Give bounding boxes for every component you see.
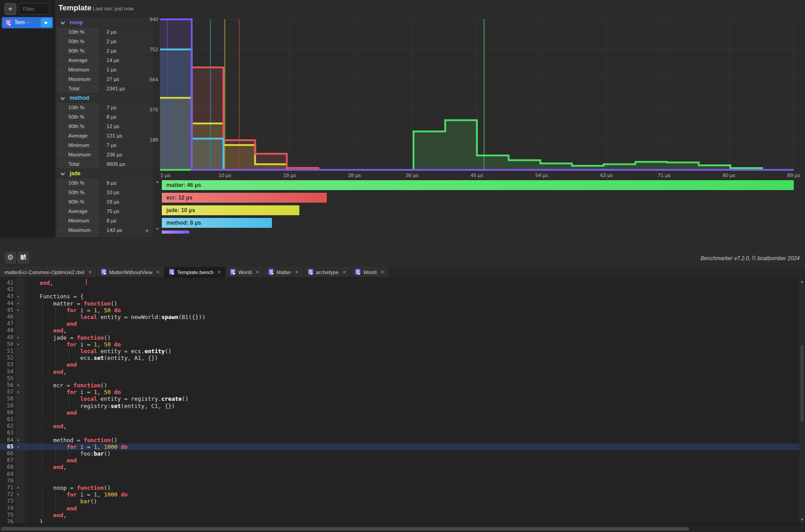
code-line[interactable]: 41 end,	[0, 279, 799, 286]
tab-matterwithoutview[interactable]: MatterWithoutView×	[97, 267, 165, 277]
code-line[interactable]: 48 end,	[0, 327, 799, 334]
legend-scroll-up-icon[interactable]: ▲	[155, 179, 160, 185]
fold-arrow-icon[interactable]: ▾	[17, 334, 19, 341]
docs-button[interactable]	[18, 252, 29, 264]
scroll-down-icon[interactable]: ▼	[799, 517, 805, 523]
code-line[interactable]: 72▾ for i = 1, 1000 do	[0, 491, 799, 498]
filter-input[interactable]	[19, 3, 49, 15]
tab-matter[interactable]: Matter×	[264, 267, 303, 277]
code-line[interactable]: 46 local entity = newWorld:spawn(B1({}))	[0, 314, 799, 320]
line-number: 48	[0, 327, 13, 334]
stats-section-header[interactable]: method	[57, 93, 153, 102]
close-icon[interactable]: ×	[342, 269, 346, 275]
code-text: end,	[26, 464, 67, 470]
tab-world[interactable]: World×	[351, 267, 389, 277]
code-line[interactable]: 68 end,	[0, 464, 799, 470]
line-number: 75	[0, 512, 13, 519]
code-line[interactable]: 63	[0, 430, 799, 436]
fold-arrow-icon[interactable]: ▾	[17, 443, 19, 450]
close-icon[interactable]: ×	[381, 269, 384, 275]
stat-label: Total	[57, 84, 99, 93]
code-line[interactable]: 74 end	[0, 505, 799, 512]
run-benchmark-button[interactable]: ▶	[41, 18, 52, 27]
code-line[interactable]: 44▾ matter = function()	[0, 300, 799, 307]
tab-template-bench[interactable]: Template.bench×	[165, 267, 226, 277]
fold-arrow-icon[interactable]: ▾	[17, 382, 19, 389]
legend-bar[interactable]: noop: 2 µs	[162, 231, 189, 234]
fold-arrow-icon[interactable]: ▾	[17, 307, 19, 314]
code-line[interactable]: 57▾ for i = 1, 50 do	[0, 389, 799, 395]
legend-bar[interactable]: ecr: 12 µs	[162, 193, 327, 203]
code-editor[interactable]: 41 end,4243▾ Functions = {44▾ matter = f…	[0, 278, 799, 523]
close-icon[interactable]: ×	[89, 269, 92, 275]
code-line[interactable]: 60 end	[0, 409, 799, 416]
code-line[interactable]: 52 ecs.set(entity, A1, {})	[0, 355, 799, 361]
code-line[interactable]: 66 foo:bar()	[0, 450, 799, 457]
code-line[interactable]: 43▾ Functions = {	[0, 293, 799, 300]
code-line[interactable]: 58 local entity = registry.create()	[0, 395, 799, 402]
stat-value: 2 µs	[100, 27, 153, 36]
code-line[interactable]: 55	[0, 375, 799, 382]
fold-arrow-icon[interactable]: ▾	[17, 293, 19, 300]
horizontal-scroll-thumb[interactable]	[1, 527, 689, 531]
code-line[interactable]: 70	[0, 478, 799, 484]
code-line[interactable]: 76 },	[0, 519, 799, 523]
code-text: noop = function()	[26, 484, 111, 491]
fold-arrow-icon[interactable]: ▾	[17, 341, 19, 348]
stats-section-header[interactable]: noop	[57, 18, 153, 27]
legend-bar[interactable]: matter: 46 µs	[162, 180, 794, 190]
close-icon[interactable]: ×	[295, 269, 298, 275]
code-line[interactable]: 75 end,	[0, 512, 799, 519]
vertical-scroll-thumb[interactable]	[801, 346, 804, 422]
stats-scroll-down-icon[interactable]: ▼	[143, 227, 151, 235]
code-line[interactable]: 47 end	[0, 320, 799, 327]
code-line[interactable]: 65▾ for i = 1, 1000 do	[0, 443, 799, 450]
code-line[interactable]: 61	[0, 416, 799, 423]
code-line[interactable]: 45▾ for i = 1, 50 do	[0, 307, 799, 314]
code-line[interactable]: 71▾ noop = function()	[0, 484, 799, 491]
fold-arrow-icon[interactable]: ▾	[17, 437, 19, 443]
tab-label: World	[238, 270, 252, 275]
benchmark-list-item[interactable]: Tem··· ▶	[2, 17, 53, 28]
fold-arrow-icon[interactable]: ▾	[17, 484, 19, 491]
add-benchmark-button[interactable]: +	[4, 3, 16, 15]
stats-section-header[interactable]: jade	[57, 169, 153, 178]
app-credit: Benchmarker v7.2.0, © boatbomber 2024	[701, 255, 800, 262]
code-line[interactable]: 49▾ jade = function()	[0, 334, 799, 341]
fold-arrow-icon[interactable]: ▾	[17, 491, 19, 498]
editor-vertical-scrollbar[interactable]: ▲ ▼	[799, 278, 805, 523]
code-line[interactable]: 73 bar()	[0, 498, 799, 505]
code-line[interactable]: 50▾ for i = 1, 50 do	[0, 341, 799, 348]
legend-bar[interactable]: jade: 10 µs	[162, 205, 299, 215]
close-icon[interactable]: ×	[156, 269, 160, 275]
stat-label: 50th %	[57, 188, 99, 197]
chevron-down-icon	[61, 96, 65, 100]
code-line[interactable]: 54 end,	[0, 368, 799, 375]
legend-bar[interactable]: method: 8 µs	[162, 218, 272, 228]
benchmark-chart: 1883765647529401 µs10 µs19 µs28 µs36 µs4…	[148, 13, 803, 181]
tab-archetype[interactable]: archetype×	[303, 267, 351, 277]
code-line[interactable]: 59 registry:set(entity, C1, {})	[0, 403, 799, 409]
fold-arrow-icon[interactable]: ▾	[17, 300, 19, 307]
code-line[interactable]: 56▾ ecr = function()	[0, 382, 799, 389]
code-line[interactable]: 64▾ method = function()	[0, 437, 799, 443]
legend-scroll-down-icon[interactable]: ▼	[155, 226, 160, 232]
close-icon[interactable]: ×	[218, 269, 221, 275]
code-line[interactable]: 53 end	[0, 361, 799, 368]
code-line[interactable]: 51 local entity = ecs.entity()	[0, 348, 799, 355]
stats-row: 10th %7 µs	[57, 103, 153, 112]
stats-row: Average75 µs	[57, 207, 153, 216]
code-line[interactable]: 67 end	[0, 457, 799, 464]
fold-arrow-icon[interactable]: ▾	[17, 389, 19, 395]
code-line[interactable]: 42	[0, 286, 799, 293]
stat-label: Average	[57, 207, 99, 216]
settings-button[interactable]: ⚙	[4, 252, 16, 264]
line-number: 63	[0, 430, 13, 436]
code-line[interactable]: 62 end,	[0, 423, 799, 430]
editor-horizontal-scrollbar[interactable]	[0, 523, 805, 532]
tab-world[interactable]: World×	[226, 267, 264, 277]
tab-matterecr-common-optimize2-rbxl[interactable]: matterEcr-Common-Optimize2.rbxl×	[0, 267, 97, 277]
code-line[interactable]: 69	[0, 471, 799, 478]
scroll-up-icon[interactable]: ▲	[799, 279, 805, 284]
close-icon[interactable]: ×	[256, 269, 259, 275]
